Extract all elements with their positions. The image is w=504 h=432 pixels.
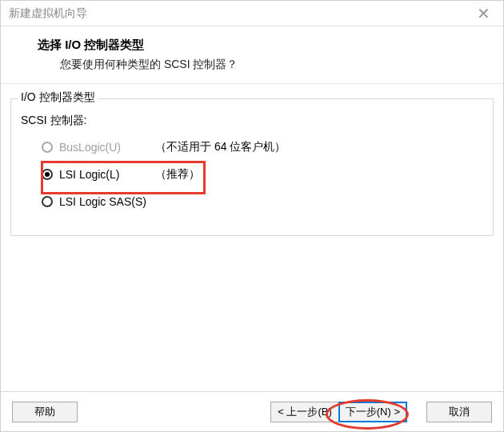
option-buslogic: BusLogic(U) （不适用于 64 位客户机）: [42, 136, 485, 158]
io-controller-group: I/O 控制器类型 SCSI 控制器: BusLogic(U) （不适用于 64…: [10, 98, 494, 236]
wizard-footer: 帮助 < 上一步(B) 下一步(N) > 取消: [1, 391, 503, 431]
next-button[interactable]: 下一步(N) >: [338, 402, 407, 422]
titlebar: 新建虚拟机向导 ✕: [1, 1, 503, 26]
next-button-label: 下一步(N) >: [346, 405, 400, 419]
cancel-button-label: 取消: [449, 405, 470, 419]
wizard-window: 新建虚拟机向导 ✕ 选择 I/O 控制器类型 您要使用何种类型的 SCSI 控制…: [0, 0, 504, 432]
radio-lsilogic[interactable]: [42, 169, 53, 180]
option-buslogic-note: （不适用于 64 位客户机）: [155, 140, 286, 154]
cancel-button[interactable]: 取消: [426, 402, 492, 422]
page-title: 选择 I/O 控制器类型: [38, 38, 473, 53]
radio-lsilogic-sas[interactable]: [42, 196, 53, 207]
option-lsilogic-sas-label: LSI Logic SAS(S): [59, 195, 155, 208]
help-button-label: 帮助: [34, 405, 55, 419]
scsi-controller-label: SCSI 控制器:: [21, 114, 485, 128]
window-title: 新建虚拟机向导: [9, 6, 87, 21]
option-lsilogic-note: （推荐）: [155, 167, 200, 182]
radio-buslogic: [42, 142, 53, 153]
option-lsilogic-sas[interactable]: LSI Logic SAS(S): [42, 190, 485, 213]
group-legend: I/O 控制器类型: [18, 90, 98, 105]
close-icon[interactable]: ✕: [472, 6, 495, 22]
option-buslogic-label: BusLogic(U): [59, 141, 155, 154]
wizard-header: 选择 I/O 控制器类型 您要使用何种类型的 SCSI 控制器？: [1, 26, 503, 84]
option-lsilogic-label: LSI Logic(L): [59, 168, 155, 181]
page-subtitle: 您要使用何种类型的 SCSI 控制器？: [60, 58, 473, 72]
help-button[interactable]: 帮助: [12, 402, 78, 422]
back-button-label: < 上一步(B): [278, 405, 332, 419]
option-lsilogic[interactable]: LSI Logic(L) （推荐）: [42, 163, 485, 186]
back-button[interactable]: < 上一步(B): [270, 402, 339, 422]
